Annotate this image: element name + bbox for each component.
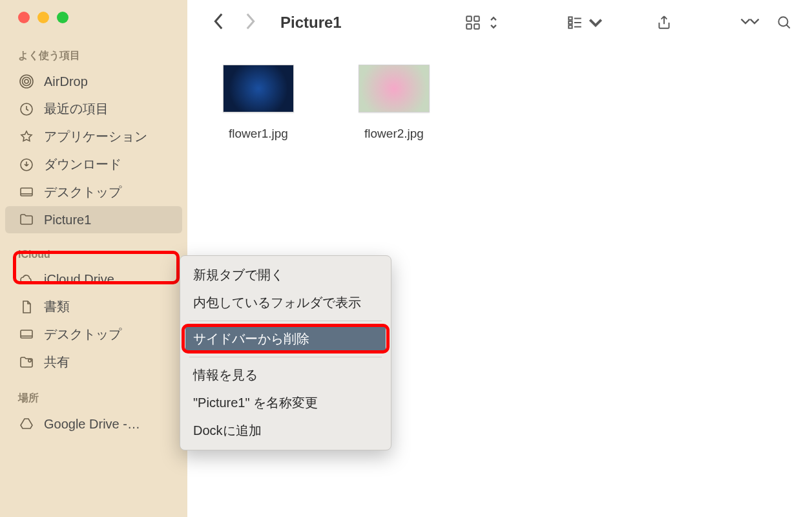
sidebar-item-label: 最近の項目 xyxy=(44,100,109,118)
svg-rect-9 xyxy=(474,16,479,21)
desktop-icon xyxy=(18,326,35,343)
share-button[interactable] xyxy=(656,14,672,31)
back-button[interactable] xyxy=(213,12,225,33)
svg-rect-8 xyxy=(466,16,472,21)
sidebar-item-label: Picture1 xyxy=(44,213,91,227)
cloud-icon xyxy=(18,271,35,288)
file-item[interactable]: flower2.jpg xyxy=(349,65,439,141)
ctx-open-new-tab[interactable]: 新規タブで開く xyxy=(180,261,391,289)
svg-point-7 xyxy=(28,359,31,361)
sidebar-heading-locations: 場所 xyxy=(0,392,187,410)
clock-icon xyxy=(18,101,35,118)
ctx-separator xyxy=(189,357,382,357)
sidebar-item-label: デスクトップ xyxy=(44,326,121,343)
sidebar-item-label: 書類 xyxy=(44,298,70,315)
nav-arrows xyxy=(213,12,256,33)
drive-icon xyxy=(18,416,35,432)
svg-rect-13 xyxy=(568,21,572,24)
sidebar-item-label: デスクトップ xyxy=(44,184,121,201)
file-name: flower2.jpg xyxy=(364,127,424,141)
sidebar-item-label: ダウンロード xyxy=(44,156,121,173)
close-window-button[interactable] xyxy=(18,12,30,23)
forward-button[interactable] xyxy=(244,12,256,33)
finder-window: よく使う項目 AirDrop 最近の項目 アプリケーション xyxy=(0,0,812,517)
context-menu: 新規タブで開く 内包しているフォルダで表示 サイドバーから削除 情報を見る "P… xyxy=(180,255,391,450)
file-item[interactable]: flower1.jpg xyxy=(213,65,304,141)
group-by-button[interactable] xyxy=(567,14,604,31)
sidebar-section-icloud: iCloud iCloud Drive 書類 デスクトップ xyxy=(0,249,187,376)
airdrop-icon xyxy=(18,73,35,90)
zoom-window-button[interactable] xyxy=(57,12,68,23)
sidebar-item-label: Google Drive -… xyxy=(44,417,140,432)
svg-point-1 xyxy=(23,78,31,86)
minimize-window-button[interactable] xyxy=(37,12,49,23)
ctx-remove-from-sidebar[interactable]: サイドバーから削除 xyxy=(185,325,386,353)
sidebar-item-icloud-drive[interactable]: iCloud Drive xyxy=(0,266,187,293)
sidebar-item-recents[interactable]: 最近の項目 xyxy=(0,95,187,123)
svg-point-0 xyxy=(25,79,28,83)
file-thumbnail xyxy=(359,65,430,112)
svg-rect-11 xyxy=(474,24,479,29)
sidebar-item-label: 共有 xyxy=(44,353,70,371)
sidebar-item-applications[interactable]: アプリケーション xyxy=(0,123,187,151)
sidebar-heading-icloud: iCloud xyxy=(0,249,187,266)
shared-folder-icon xyxy=(18,354,35,371)
ctx-separator xyxy=(189,321,382,321)
sidebar-item-shared[interactable]: 共有 xyxy=(0,348,187,376)
sidebar: よく使う項目 AirDrop 最近の項目 アプリケーション xyxy=(0,0,187,517)
desktop-icon xyxy=(18,184,35,201)
sidebar-heading-favorites: よく使う項目 xyxy=(0,49,187,68)
sidebar-item-airdrop[interactable]: AirDrop xyxy=(0,68,187,95)
sidebar-item-documents[interactable]: 書類 xyxy=(0,293,187,321)
document-icon xyxy=(18,299,35,315)
search-button[interactable] xyxy=(776,14,793,31)
ctx-get-info[interactable]: 情報を見る xyxy=(180,361,391,389)
window-title: Picture1 xyxy=(280,14,342,32)
sidebar-item-desktop[interactable]: デスクトップ xyxy=(0,178,187,206)
file-thumbnail xyxy=(223,65,294,112)
file-name: flower1.jpg xyxy=(229,127,288,141)
sidebar-item-downloads[interactable]: ダウンロード xyxy=(0,151,187,178)
svg-rect-14 xyxy=(568,25,572,28)
sidebar-item-label: AirDrop xyxy=(44,74,88,89)
ctx-rename[interactable]: "Picture1" を名称変更 xyxy=(180,389,391,417)
sidebar-item-google-drive[interactable]: Google Drive -… xyxy=(0,410,187,438)
overflow-button[interactable] xyxy=(737,14,763,31)
ctx-add-to-dock[interactable]: Dockに追加 xyxy=(180,417,391,445)
folder-icon xyxy=(18,211,35,228)
sidebar-section-locations: 場所 Google Drive -… xyxy=(0,392,187,438)
download-icon xyxy=(18,156,35,173)
sidebar-item-label: iCloud Drive xyxy=(44,272,114,287)
applications-icon xyxy=(18,129,35,145)
svg-rect-12 xyxy=(568,17,572,19)
ctx-show-in-enclosing-folder[interactable]: 内包しているフォルダで表示 xyxy=(180,289,391,317)
svg-rect-5 xyxy=(21,188,32,196)
sidebar-item-label: アプリケーション xyxy=(44,128,147,145)
view-icons-button[interactable] xyxy=(464,14,502,31)
svg-rect-6 xyxy=(21,330,32,338)
toolbar: Picture1 xyxy=(187,0,812,45)
sidebar-item-picture1[interactable]: Picture1 xyxy=(5,206,182,233)
sidebar-section-favorites: よく使う項目 AirDrop 最近の項目 アプリケーション xyxy=(0,49,187,233)
window-controls xyxy=(0,12,187,23)
sidebar-item-icloud-desktop[interactable]: デスクトップ xyxy=(0,321,187,348)
svg-rect-10 xyxy=(466,24,472,29)
